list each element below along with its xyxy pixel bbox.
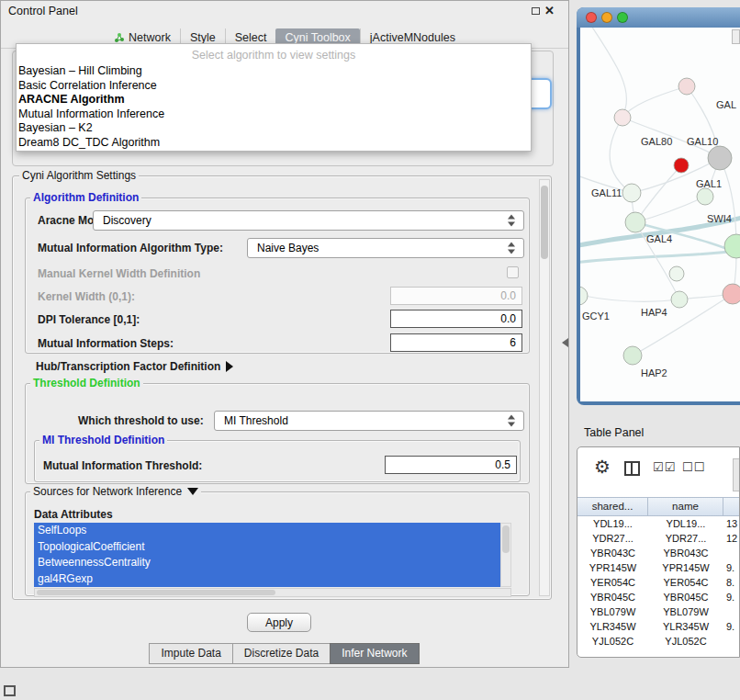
column-header-partial[interactable] xyxy=(723,497,740,516)
table-cell: YDR27... xyxy=(577,531,648,546)
algorithm-option-bayesian-k2[interactable]: Bayesian – K2 xyxy=(17,121,531,136)
network-node[interactable] xyxy=(625,212,645,232)
mi-threshold-input[interactable] xyxy=(385,456,517,474)
column-header-name[interactable]: name xyxy=(648,497,723,516)
bottom-tab-infer-network[interactable]: Infer Network xyxy=(330,643,419,664)
control-panel-titlebar[interactable]: Control Panel ✕ xyxy=(1,1,568,23)
network-node-label: GCY1 xyxy=(582,310,610,322)
table-row[interactable]: YBR045CYBR045C9. xyxy=(577,590,740,604)
attribute-item-betweennesscentrality[interactable]: BetweennessCentrality xyxy=(34,555,500,571)
network-edge xyxy=(720,158,736,246)
table-cell: 13 xyxy=(723,516,740,531)
attribute-item-gal4rgexp[interactable]: gal4RGexp xyxy=(34,571,500,588)
table-cell: 8. xyxy=(723,575,740,590)
network-node-label: HAP4 xyxy=(641,307,667,318)
clear-all-checkboxes-icon[interactable]: ☐☐ xyxy=(682,460,705,474)
mi-type-select[interactable]: Naive Bayes xyxy=(247,238,524,258)
select-all-checkboxes-icon[interactable]: ☑☑ xyxy=(653,460,676,474)
dpi-tolerance-input[interactable] xyxy=(390,310,522,328)
close-panel-button[interactable]: ✕ xyxy=(544,4,555,18)
attributes-hscrollbar-thumb[interactable] xyxy=(37,590,275,595)
algorithm-option-mutual-information-inference[interactable]: Mutual Information Inference xyxy=(17,107,531,122)
control-panel-title: Control Panel xyxy=(8,5,78,17)
table-cell: YBR043C xyxy=(648,546,723,560)
close-traffic-light[interactable] xyxy=(586,12,597,23)
attribute-item-selfloops[interactable]: SelfLoops xyxy=(34,523,500,539)
network-node[interactable] xyxy=(671,291,688,308)
network-canvas-svg: GALGAL80GAL10GAL11GAL1SWI4GAL4GCY1HAP4HA… xyxy=(580,28,740,401)
network-window-titlebar[interactable] xyxy=(577,7,740,28)
mi-steps-input[interactable] xyxy=(390,333,522,352)
network-node[interactable] xyxy=(674,158,689,173)
algorithm-option-dream8-dc-tdc-algorithm[interactable]: Dream8 DC_TDC Algorithm xyxy=(17,136,531,151)
minimize-traffic-light[interactable] xyxy=(601,12,612,23)
network-node[interactable] xyxy=(623,346,642,365)
attributes-hscrollbar[interactable] xyxy=(34,588,511,597)
hub-definition-toggle[interactable]: Hub/Transcription Factor Definition xyxy=(36,360,233,373)
network-edge xyxy=(580,294,679,301)
panel-splitter-arrow[interactable] xyxy=(562,338,568,347)
column-header-shared[interactable]: shared... xyxy=(577,497,648,516)
network-node[interactable] xyxy=(697,188,713,205)
float-window-button[interactable] xyxy=(532,7,540,15)
table-cell: YBL079W xyxy=(648,604,723,619)
combo-arrows-icon xyxy=(508,215,516,227)
zoom-traffic-light[interactable] xyxy=(617,12,628,23)
network-node[interactable] xyxy=(614,109,631,126)
algorithm-option-aracne-algorithm[interactable]: ARACNE Algorithm xyxy=(17,93,531,107)
table-row[interactable]: YBR043CYBR043C xyxy=(577,546,740,560)
network-node-label: GAL1 xyxy=(696,178,722,189)
algorithm-option-basic-correlation-inference[interactable]: Basic Correlation Inference xyxy=(17,79,531,94)
table-row[interactable]: YPR145WYPR145W9. xyxy=(577,560,740,575)
settings-scrollbar-thumb[interactable] xyxy=(541,186,548,259)
network-node-label: GAL11 xyxy=(591,187,622,198)
network-edge xyxy=(635,197,705,222)
table-cell: YPR145W xyxy=(577,560,648,575)
network-node[interactable] xyxy=(723,284,740,304)
aracne-mode-select[interactable]: Discovery xyxy=(93,210,524,231)
columns-icon[interactable] xyxy=(624,461,640,476)
network-edge xyxy=(589,28,627,116)
manual-kernel-checkbox[interactable] xyxy=(507,266,519,278)
table-scrollbar[interactable] xyxy=(733,458,740,491)
network-node[interactable] xyxy=(622,184,641,202)
table-row[interactable]: YDR27...YDR27...12 xyxy=(577,531,740,546)
mi-threshold-group-title: MI Threshold Definition xyxy=(39,434,167,446)
table-body: YDL19...YDL19...13YDR27...YDR27...12YBR0… xyxy=(577,516,740,649)
network-edge xyxy=(622,86,687,118)
network-canvas[interactable]: GALGAL80GAL10GAL11GAL1SWI4GAL4GCY1HAP4HA… xyxy=(580,28,740,401)
tab-label: Cyni Toolbox xyxy=(285,31,350,44)
table-row[interactable]: YDL19...YDL19...13 xyxy=(577,516,740,531)
table-row[interactable]: YER054CYER054C8. xyxy=(577,575,740,590)
attributes-vscrollbar[interactable] xyxy=(500,523,511,587)
attribute-item-topologicalcoefficient[interactable]: TopologicalCoefficient xyxy=(34,539,500,556)
kernel-width-input[interactable] xyxy=(390,287,522,305)
network-node[interactable] xyxy=(669,266,684,281)
mi-steps-label: Mutual Information Steps: xyxy=(38,337,174,350)
table-row[interactable]: YBL079WYBL079W xyxy=(577,604,740,619)
settings-scrollbar[interactable] xyxy=(539,179,550,596)
network-node[interactable] xyxy=(580,287,588,305)
mi-type-value: Naive Bayes xyxy=(257,239,319,257)
network-node-label: GAL xyxy=(716,99,736,110)
network-node[interactable] xyxy=(708,146,732,170)
sources-group-toggle[interactable]: Sources for Network Inference xyxy=(30,485,201,498)
network-scrollbar[interactable] xyxy=(732,29,740,44)
table-cell: YBR045C xyxy=(648,590,723,604)
table-cell: YDL19... xyxy=(648,516,723,531)
table-row[interactable]: YJL052CYJL052C xyxy=(577,634,740,649)
collapsed-panel-icon[interactable] xyxy=(4,685,16,696)
table-row[interactable]: YLR345WYLR345W9. xyxy=(577,619,740,634)
which-threshold-select[interactable]: MI Threshold xyxy=(214,411,524,431)
network-node[interactable] xyxy=(724,234,740,258)
table-cell: 9. xyxy=(723,560,740,575)
bottom-tab-discretize-data[interactable]: Discretize Data xyxy=(232,643,331,664)
mi-threshold-label: Mutual Information Threshold: xyxy=(43,459,202,472)
data-attributes-list: SelfLoopsTopologicalCoefficientBetweenne… xyxy=(34,523,500,587)
apply-button[interactable]: Apply xyxy=(247,613,311,632)
attributes-vscrollbar-thumb[interactable] xyxy=(502,525,510,553)
algorithm-option-bayesian-hill-climbing[interactable]: Bayesian – Hill Climbing xyxy=(17,64,531,79)
network-node[interactable] xyxy=(678,78,695,95)
bottom-tab-impute-data[interactable]: Impute Data xyxy=(149,643,232,664)
gear-icon[interactable]: ⚙ xyxy=(594,457,611,477)
